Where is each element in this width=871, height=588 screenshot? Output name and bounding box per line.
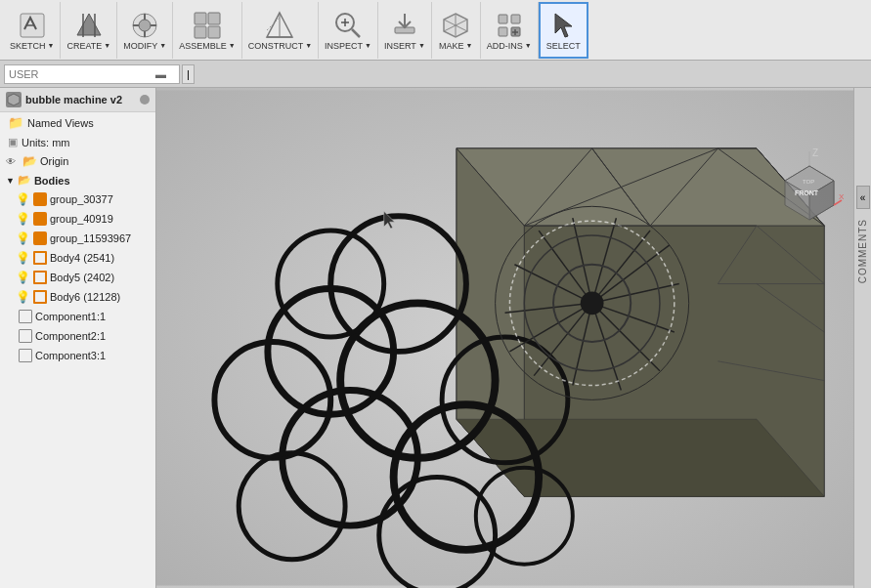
- comments-bar: « COMMENTS: [853, 88, 871, 588]
- body6-label: Body6 (12128): [50, 291, 120, 303]
- viewport[interactable]: Z FRONT TOP X: [156, 88, 853, 588]
- navigation-cube[interactable]: Z FRONT TOP X: [775, 147, 844, 215]
- svg-text:Z: Z: [812, 147, 818, 158]
- make-icon: [440, 10, 471, 41]
- sidebar-item-group11593967[interactable]: 💡 group_11593967: [0, 229, 155, 248]
- project-header[interactable]: bubble machine v2: [0, 88, 155, 112]
- svg-rect-8: [195, 13, 206, 24]
- assemble-tool-group[interactable]: ASSEMBLE▼: [173, 2, 241, 59]
- body5-label: Body5 (2402): [50, 272, 114, 283]
- group30377-bulb-icon: 💡: [16, 192, 30, 206]
- component1-label: Component1:1: [35, 311, 106, 322]
- comments-label: COMMENTS: [857, 219, 868, 283]
- inspect-tool-group[interactable]: INSPECT▼: [319, 2, 378, 59]
- named-views-label: Named Views: [27, 117, 94, 129]
- toolbar: SKETCH▼ CREATE▼ MODIFY▼: [0, 0, 871, 61]
- sketch-tool-group[interactable]: SKETCH▼: [4, 2, 61, 59]
- units-label: Units: mm: [22, 137, 70, 148]
- svg-text:X: X: [839, 192, 844, 201]
- body6-cube-icon: [33, 290, 47, 304]
- sidebar-item-component3[interactable]: 👁 Component3:1: [0, 346, 155, 365]
- modify-icon: [129, 10, 160, 41]
- sidebar-section-bodies[interactable]: ▼ 📂 Bodies: [0, 171, 155, 189]
- collapse-comments-button[interactable]: «: [856, 186, 870, 209]
- search-input[interactable]: [9, 68, 155, 80]
- component1-icon: [19, 310, 32, 323]
- select-icon: [547, 10, 579, 41]
- body5-bulb-icon: 💡: [16, 271, 30, 284]
- sidebar-item-group40919[interactable]: 💡 group_40919: [0, 209, 155, 229]
- add-ins-label: ADD-INS▼: [487, 41, 532, 51]
- project-name: bubble machine v2: [25, 94, 136, 105]
- sidebar-item-body4[interactable]: 💡 Body4 (2541): [0, 248, 155, 268]
- second-bar: ▬ |: [0, 61, 871, 88]
- add-ins-icon: [494, 10, 525, 41]
- body4-label: Body4 (2541): [50, 252, 114, 264]
- bodies-label: Bodies: [34, 175, 70, 187]
- svg-rect-19: [511, 15, 520, 23]
- search-bar[interactable]: ▬: [4, 64, 180, 84]
- svg-text:FRONT: FRONT: [795, 189, 819, 196]
- construct-tool-group[interactable]: CONSTRUCT▼: [242, 2, 319, 59]
- body4-bulb-icon: 💡: [16, 251, 30, 265]
- select-label: SELECT: [546, 41, 581, 51]
- body6-bulb-icon: 💡: [16, 290, 30, 304]
- sidebar-item-body5[interactable]: 💡 Body5 (2402): [0, 268, 155, 287]
- modify-tool-group[interactable]: MODIFY▼: [117, 2, 173, 59]
- sidebar-item-component2[interactable]: 👁 Component2:1: [0, 326, 155, 346]
- group11593967-bulb-icon: 💡: [16, 231, 30, 245]
- sidebar-item-component1[interactable]: 👁 Component1:1: [0, 307, 155, 326]
- component3-icon: [19, 349, 32, 362]
- model-area: [156, 88, 853, 588]
- sidebar-item-body6[interactable]: 💡 Body6 (12128): [0, 287, 155, 307]
- svg-text:TOP: TOP: [803, 179, 814, 185]
- project-dot: [140, 95, 150, 105]
- sketch-icon: [17, 10, 48, 41]
- nav-cube-svg: Z FRONT TOP X: [775, 147, 844, 225]
- component3-label: Component3:1: [35, 350, 106, 361]
- search-bar-icon: ▬: [155, 68, 166, 80]
- sidebar-item-named-views[interactable]: 📁 Named Views: [0, 112, 155, 133]
- origin-folder-icon: 📂: [22, 154, 37, 168]
- group30377-label: group_30377: [50, 193, 113, 205]
- bodies-folder-icon: 📂: [18, 174, 31, 187]
- body4-cube-icon: [33, 251, 47, 265]
- modify-label: MODIFY▼: [123, 41, 166, 51]
- sidebar-item-group30377[interactable]: 💡 group_30377: [0, 189, 155, 209]
- assemble-label: ASSEMBLE▼: [179, 41, 235, 51]
- sidebar: bubble machine v2 📁 Named Views ▣ Units:…: [0, 88, 156, 588]
- group40919-bulb-icon: 💡: [16, 212, 30, 226]
- collapse-button[interactable]: |: [182, 64, 195, 84]
- svg-rect-18: [499, 15, 507, 23]
- add-ins-tool-group[interactable]: ADD-INS▼: [481, 2, 539, 59]
- select-tool-group[interactable]: SELECT: [539, 2, 588, 59]
- inspect-label: INSPECT▼: [325, 41, 371, 51]
- make-label: MAKE▼: [439, 41, 472, 51]
- construct-label: CONSTRUCT▼: [248, 41, 312, 51]
- svg-line-14: [352, 29, 360, 37]
- main-area: bubble machine v2 📁 Named Views ▣ Units:…: [0, 88, 871, 588]
- make-tool-group[interactable]: MAKE▼: [432, 2, 481, 59]
- group30377-cube-icon: [33, 192, 47, 206]
- group40919-label: group_40919: [50, 213, 113, 225]
- component2-icon: [19, 329, 32, 343]
- sketch-label: SKETCH▼: [10, 41, 54, 51]
- body5-cube-icon: [33, 271, 47, 284]
- create-tool-group[interactable]: CREATE▼: [61, 2, 117, 59]
- svg-point-57: [581, 291, 604, 315]
- create-label: CREATE▼: [66, 41, 110, 51]
- svg-rect-9: [208, 13, 220, 24]
- origin-label: Origin: [40, 155, 68, 167]
- bodies-arrow-icon: ▼: [6, 176, 15, 186]
- origin-eye-icon: 👁: [6, 156, 20, 167]
- svg-rect-11: [208, 26, 220, 38]
- component2-label: Component2:1: [35, 330, 106, 342]
- svg-point-3: [139, 20, 151, 31]
- assemble-icon: [192, 10, 223, 41]
- create-icon: [73, 10, 105, 41]
- sidebar-item-units[interactable]: ▣ Units: mm: [0, 133, 155, 151]
- insert-tool-group[interactable]: INSERT▼: [378, 2, 432, 59]
- group40919-cube-icon: [33, 212, 47, 226]
- svg-rect-20: [499, 27, 507, 36]
- sidebar-item-origin[interactable]: 👁 📂 Origin: [0, 151, 155, 171]
